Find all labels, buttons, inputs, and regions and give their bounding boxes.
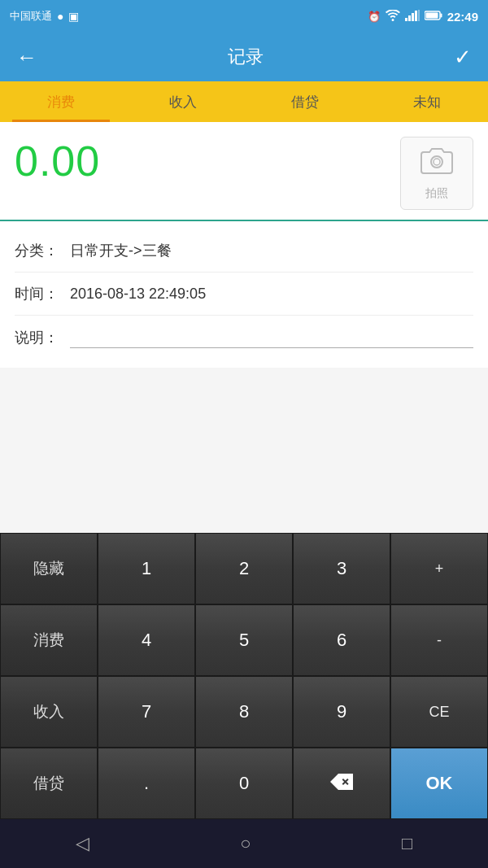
status-left: 中国联通 ● ▣ — [10, 9, 79, 24]
tab-bar: 消费 收入 借贷 未知 — [0, 81, 488, 122]
time-row: 时间： 2016-08-13 22:49:05 — [15, 273, 473, 316]
keypad-row-1: 隐藏 1 2 3 + — [0, 533, 488, 604]
note-label: 说明： — [15, 328, 63, 347]
key-loan[interactable]: 借贷 — [0, 748, 98, 819]
tab-consume-label: 消费 — [47, 93, 75, 111]
key-dot[interactable]: . — [98, 748, 195, 819]
wechat-icon: ● — [57, 10, 63, 23]
key-1[interactable]: 1 — [98, 533, 195, 604]
svg-rect-2 — [412, 13, 414, 21]
keypad-row-4: 借贷 . 0 OK — [0, 748, 488, 819]
status-time: 22:49 — [447, 10, 478, 24]
key-6[interactable]: 6 — [293, 604, 390, 676]
bottom-nav: ◁ ○ □ — [0, 819, 488, 868]
category-value: 日常开支->三餐 — [70, 241, 172, 260]
signal-icon — [405, 10, 420, 24]
key-5[interactable]: 5 — [195, 604, 293, 676]
app-icon: ▣ — [68, 10, 79, 23]
carrier-label: 中国联通 — [10, 9, 52, 24]
info-area: 分类： 日常开支->三餐 时间： 2016-08-13 22:49:05 说明： — [0, 221, 488, 368]
key-ce[interactable]: CE — [390, 676, 488, 748]
page-title: 记录 — [228, 45, 264, 69]
key-3[interactable]: 3 — [293, 533, 390, 604]
amount-value: 0.00 — [15, 137, 100, 185]
tab-unknown[interactable]: 未知 — [366, 81, 488, 122]
key-income[interactable]: 收入 — [0, 676, 98, 748]
key-4[interactable]: 4 — [98, 604, 195, 676]
note-input[interactable] — [70, 327, 473, 348]
svg-rect-0 — [405, 18, 407, 21]
camera-icon — [420, 146, 453, 181]
amount-area: 0.00 拍照 — [0, 122, 488, 221]
key-0[interactable]: 0 — [195, 748, 293, 819]
key-consume[interactable]: 消费 — [0, 604, 98, 676]
confirm-button[interactable]: ✓ — [454, 45, 472, 70]
camera-button[interactable]: 拍照 — [400, 137, 473, 210]
tab-unknown-label: 未知 — [413, 93, 441, 111]
key-plus[interactable]: + — [390, 533, 488, 604]
tab-income-label: 收入 — [169, 93, 197, 111]
key-7[interactable]: 7 — [98, 676, 195, 748]
key-2[interactable]: 2 — [195, 533, 293, 604]
key-8[interactable]: 8 — [195, 676, 293, 748]
note-row: 说明： — [15, 316, 473, 360]
time-label: 时间： — [15, 284, 63, 303]
tab-loan[interactable]: 借贷 — [244, 81, 366, 122]
tab-consume[interactable]: 消费 — [0, 81, 122, 122]
camera-label: 拍照 — [425, 186, 448, 201]
time-value: 2016-08-13 22:49:05 — [70, 286, 206, 303]
category-row: 分类： 日常开支->三餐 — [15, 229, 473, 273]
key-minus[interactable]: - — [390, 604, 488, 676]
tab-loan-label: 借贷 — [291, 93, 319, 111]
svg-rect-4 — [418, 10, 420, 21]
wifi-icon — [386, 10, 400, 24]
backspace-icon — [330, 774, 353, 794]
status-bar: 中国联通 ● ▣ ⏰ 22:49 — [0, 0, 488, 33]
keypad: 隐藏 1 2 3 + 消费 4 5 6 - 收入 — [0, 533, 488, 819]
alarm-icon: ⏰ — [368, 11, 381, 23]
nav-home-button[interactable]: ○ — [240, 833, 251, 854]
status-right: ⏰ 22:49 — [368, 10, 478, 24]
key-hide[interactable]: 隐藏 — [0, 533, 98, 604]
svg-rect-3 — [415, 11, 417, 21]
nav-back-button[interactable]: ◁ — [76, 833, 89, 854]
svg-rect-6 — [440, 13, 442, 17]
battery-icon — [425, 11, 442, 23]
nav-recents-button[interactable]: □ — [402, 833, 412, 854]
svg-point-9 — [434, 159, 440, 165]
svg-point-8 — [431, 156, 442, 168]
key-ok[interactable]: OK — [390, 748, 488, 819]
svg-rect-1 — [408, 15, 411, 21]
category-label: 分类： — [15, 241, 63, 260]
key-backspace[interactable] — [293, 748, 390, 819]
back-button[interactable]: ← — [16, 45, 37, 70]
header: ← 记录 ✓ — [0, 33, 488, 81]
keypad-row-3: 收入 7 8 9 CE — [0, 676, 488, 748]
key-9[interactable]: 9 — [293, 676, 390, 748]
svg-rect-7 — [425, 12, 438, 18]
keypad-row-2: 消费 4 5 6 - — [0, 604, 488, 676]
tab-income[interactable]: 收入 — [122, 81, 244, 122]
